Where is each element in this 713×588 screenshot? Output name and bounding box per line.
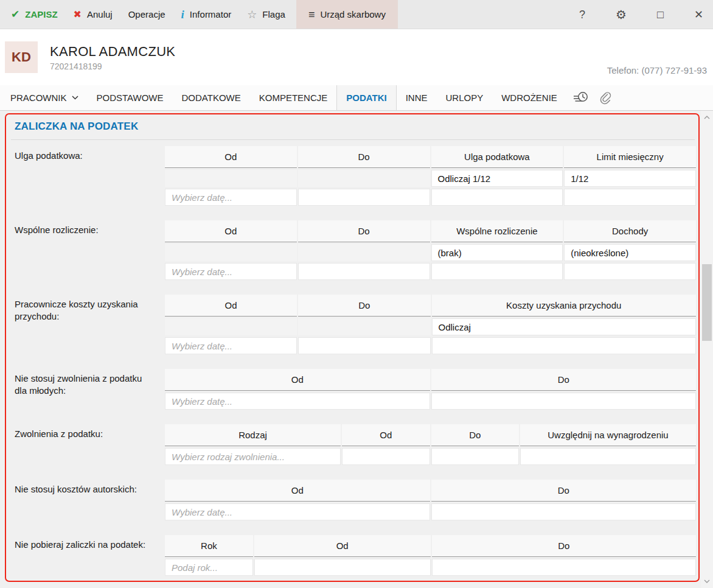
vertical-scrollbar[interactable] (701, 111, 713, 588)
history-icon[interactable] (572, 91, 589, 105)
employee-phone: Telefon: (077) 727-91-93 (607, 65, 707, 75)
help-button[interactable]: ? (579, 9, 585, 20)
column-header: Ulga podatkowa (431, 146, 563, 168)
scrollbar-thumb[interactable] (702, 264, 712, 341)
toolbar: ✔ ZAPISZ ✖ Anuluj Operacje i Informator … (0, 0, 713, 29)
section-table: OdDoWybierz datę... (165, 369, 696, 410)
input-cell[interactable] (431, 448, 520, 465)
tab-label: PRACOWNIK (10, 93, 67, 103)
section-table: OdDoWspólne rozliczenieDochody(brak)(nie… (165, 220, 696, 280)
value-cell[interactable]: 1/12 (564, 170, 696, 187)
section-table: RokOdDoPodaj rok... (165, 535, 696, 576)
input-cell[interactable]: Wybierz datę... (165, 337, 297, 354)
input-cell[interactable] (431, 263, 563, 280)
employee-pesel: 72021418199 (50, 61, 175, 71)
input-cell[interactable] (564, 189, 696, 206)
section-ulga-podatkowa: Ulga podatkowa:OdDoUlga podatkowaLimit m… (10, 146, 696, 206)
tab-bar-icons (572, 85, 611, 110)
value-cell[interactable]: (nieokreślone) (564, 244, 696, 261)
readonly-cell (298, 244, 430, 261)
info-icon: i (181, 9, 184, 20)
input-cell[interactable] (431, 393, 697, 410)
column-header: Od (165, 146, 297, 168)
column-header: Koszty uzyskania przychodu (432, 295, 697, 317)
section-label: Nie stosuj kosztów autorskich: (10, 480, 165, 520)
column-header: Do (431, 424, 520, 446)
section-zwolnienie-dla-mlodych: Nie stosuj zwolnienia z podatku dla młod… (10, 369, 696, 410)
cancel-button[interactable]: ✖ Anuluj (74, 0, 113, 29)
section-table: RodzajOdDoUwzględnij na wynagrodzeniuWyb… (165, 424, 696, 465)
section-label: Pracownicze koszty uzyskania przychodu: (10, 295, 165, 354)
content-area: ZALICZKA NA PODATEK Ulga podatkowa:OdDoU… (0, 111, 713, 588)
cancel-x-icon: ✖ (74, 10, 82, 19)
close-button[interactable]: ✕ (694, 9, 703, 20)
input-cell[interactable] (564, 263, 696, 280)
highlighted-form-panel: ZALICZKA NA PODATEK Ulga podatkowa:OdDoU… (5, 113, 700, 582)
save-label: ZAPISZ (25, 9, 57, 19)
readonly-cell (165, 244, 297, 261)
gear-icon: ⚙ (616, 8, 627, 21)
tab-pracownik[interactable]: PRACOWNIK (1, 85, 88, 110)
input-cell[interactable]: Wybierz datę... (165, 503, 430, 520)
section-label: Ulga podatkowa: (10, 146, 165, 206)
input-cell[interactable]: Podaj rok... (165, 559, 253, 576)
input-cell[interactable] (298, 263, 430, 280)
operations-label: Operacje (128, 9, 165, 19)
tab-inne[interactable]: INNE (397, 85, 437, 110)
section-table: OdDoKoszty uzyskania przychoduOdliczajWy… (165, 295, 696, 354)
value-cell[interactable]: Odliczaj (432, 318, 697, 335)
input-cell[interactable] (431, 189, 563, 206)
column-header: Do (431, 369, 697, 391)
input-cell[interactable] (298, 189, 430, 206)
column-header: Do (298, 295, 430, 317)
input-cell[interactable] (432, 559, 697, 576)
tab-podatki[interactable]: PODATKI (336, 85, 396, 110)
tab-kompetencje[interactable]: KOMPETENCJE (250, 85, 337, 110)
chevron-up-icon (704, 116, 710, 119)
column-header: Wspólne rozliczenie (431, 220, 563, 242)
column-header: Od (342, 424, 430, 446)
tax-office-button[interactable]: ≡ Urząd skarbowy (296, 0, 398, 29)
avatar: KD (5, 41, 38, 73)
input-cell[interactable] (431, 503, 697, 520)
menu-icon: ≡ (308, 9, 315, 20)
value-cell[interactable]: Odliczaj 1/12 (431, 170, 563, 187)
value-cell[interactable]: (brak) (431, 244, 563, 261)
column-header: Dochody (564, 220, 696, 242)
section-label: Zwolnienia z podatku: (10, 424, 165, 465)
input-cell[interactable]: Wybierz datę... (165, 189, 297, 206)
input-cell[interactable] (520, 448, 696, 465)
readonly-cell (165, 318, 297, 335)
input-cell[interactable]: Wybierz datę... (165, 263, 297, 280)
save-button[interactable]: ✔ ZAPISZ (11, 0, 58, 29)
flag-button[interactable]: ☆ Flaga (247, 0, 285, 29)
input-cell[interactable]: Wybierz datę... (165, 393, 430, 410)
scroll-down-button[interactable] (701, 576, 713, 586)
column-header: Rodzaj (165, 424, 341, 446)
informator-button[interactable]: i Informator (181, 0, 232, 29)
tab-bar: PRACOWNIK PODSTAWOWE DODATKOWE KOMPETENC… (0, 85, 713, 111)
sections: Ulga podatkowa:OdDoUlga podatkowaLimit m… (10, 146, 696, 576)
close-icon: ✕ (694, 9, 703, 21)
section-wspolne-rozliczenie: Wspólne rozliczenie:OdDoWspólne rozlicze… (10, 220, 696, 280)
tab-dodatkowe[interactable]: DODATKOWE (173, 85, 250, 110)
placeholder-text: Wybierz datę... (172, 341, 232, 351)
paperclip-icon[interactable] (599, 91, 611, 105)
input-cell[interactable] (254, 559, 431, 576)
employee-name: KAROL ADAMCZUK (50, 44, 175, 60)
operations-button[interactable]: Operacje (128, 0, 165, 29)
column-header: Od (165, 369, 430, 391)
tab-podstawowe[interactable]: PODSTAWOWE (88, 85, 173, 110)
maximize-button[interactable]: □ (657, 9, 664, 20)
input-cell[interactable] (432, 337, 697, 354)
scroll-up-button[interactable] (701, 113, 713, 122)
input-cell[interactable]: Wybierz rodzaj zwolnienia... (165, 448, 341, 465)
settings-button[interactable]: ⚙ (616, 9, 627, 21)
input-cell[interactable] (298, 337, 430, 354)
tab-wdrozenie[interactable]: WDROŻENIE (492, 85, 566, 110)
column-header: Uwzględnij na wynagrodzeniu (520, 424, 696, 446)
readonly-cell (298, 170, 430, 187)
input-cell[interactable] (342, 448, 430, 465)
tab-urlopy[interactable]: URLOPY (437, 85, 493, 110)
readonly-cell (298, 318, 430, 335)
